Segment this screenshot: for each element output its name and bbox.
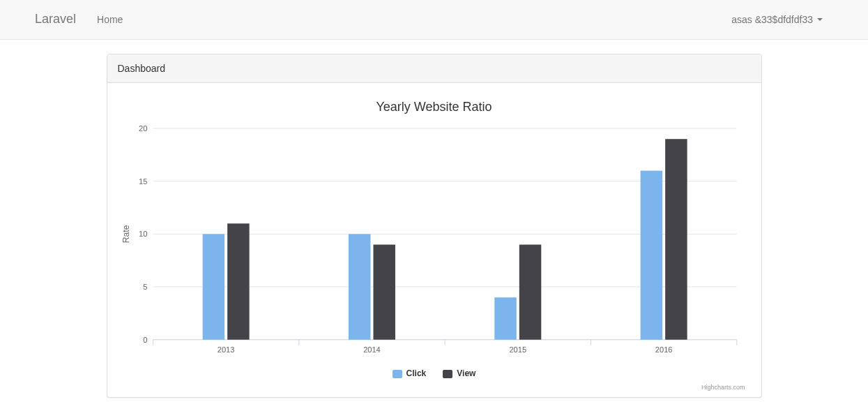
navbar-right: asas &33$dfdfdf33 xyxy=(731,13,858,27)
svg-text:2015: 2015 xyxy=(509,345,526,354)
legend-item-view[interactable]: View xyxy=(443,368,475,380)
main-container: Dashboard Yearly Website Ratio 05101520R… xyxy=(96,54,772,398)
svg-rect-19 xyxy=(348,234,370,340)
legend-swatch-view xyxy=(443,370,452,378)
legend-label-view: View xyxy=(457,368,475,380)
svg-text:10: 10 xyxy=(139,230,147,239)
chart-title: Yearly Website Ratio xyxy=(118,98,751,117)
svg-text:20: 20 xyxy=(139,125,147,133)
chart: 05101520Rate2013201420152016 xyxy=(118,121,751,361)
svg-rect-20 xyxy=(373,245,395,340)
svg-rect-27 xyxy=(640,171,662,340)
svg-text:0: 0 xyxy=(143,336,147,344)
panel-body: Yearly Website Ratio 05101520Rate2013201… xyxy=(107,83,761,398)
legend-swatch-click xyxy=(393,370,402,378)
chart-svg: 05101520Rate2013201420152016 xyxy=(118,121,751,361)
legend-label-click: Click xyxy=(406,368,427,380)
navbar: Laravel Home asas &33$dfdfdf33 xyxy=(0,0,868,40)
dashboard-panel: Dashboard Yearly Website Ratio 05101520R… xyxy=(107,54,762,398)
navbar-left: Laravel Home xyxy=(10,0,133,39)
svg-rect-16 xyxy=(227,224,249,340)
svg-text:2016: 2016 xyxy=(655,345,672,354)
svg-text:5: 5 xyxy=(143,283,147,292)
svg-rect-28 xyxy=(665,140,687,341)
nav-home-link[interactable]: Home xyxy=(86,2,133,37)
svg-text:2013: 2013 xyxy=(217,345,234,354)
panel-heading: Dashboard xyxy=(107,54,761,83)
svg-text:15: 15 xyxy=(139,177,147,186)
legend-item-click[interactable]: Click xyxy=(393,368,427,380)
chart-credits[interactable]: Highcharts.com xyxy=(118,383,751,392)
svg-text:Rate: Rate xyxy=(121,225,131,244)
legend: Click View xyxy=(118,368,751,380)
brand-link[interactable]: Laravel xyxy=(10,0,86,39)
svg-rect-24 xyxy=(519,245,540,340)
chevron-down-icon xyxy=(817,18,823,21)
user-name: asas &33$dfdfdf33 xyxy=(731,13,813,27)
svg-text:2014: 2014 xyxy=(363,345,381,354)
svg-rect-15 xyxy=(202,234,224,340)
user-dropdown[interactable]: asas &33$dfdfdf33 xyxy=(731,13,823,27)
svg-rect-23 xyxy=(494,298,516,341)
